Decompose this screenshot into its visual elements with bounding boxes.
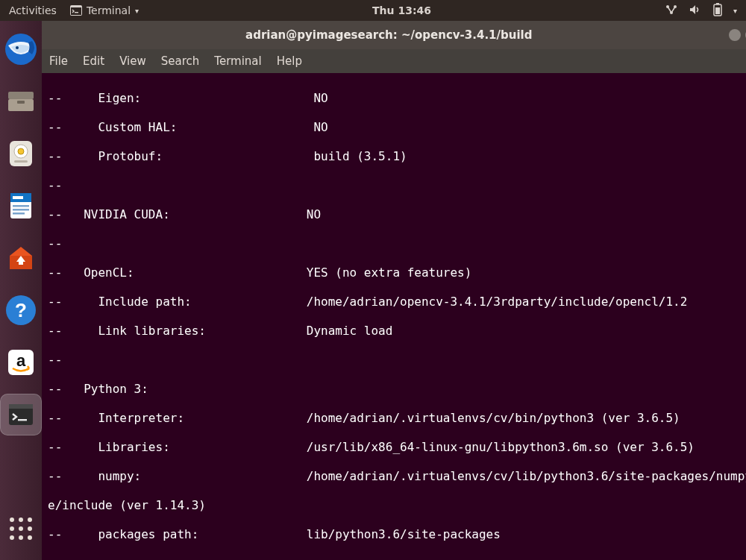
app-menu-label: Terminal xyxy=(87,4,131,16)
terminal-menubar: File Edit View Search Terminal Help xyxy=(42,49,746,73)
svg-point-37 xyxy=(19,526,23,531)
terminal-window: adrian@pyimagesearch: ~/opencv-3.4.1/bui… xyxy=(42,21,746,560)
menu-file[interactable]: File xyxy=(49,54,68,68)
terminal-line: -- Custom HAL: NO xyxy=(48,120,746,135)
svg-point-34 xyxy=(19,517,23,522)
svg-rect-8 xyxy=(715,7,720,14)
terminal-line: -- xyxy=(48,353,746,368)
gnome-top-bar: Activities Terminal ▾ Thu 13:46 ▾ xyxy=(0,0,746,21)
launcher-help[interactable]: ? xyxy=(0,289,42,331)
activities-button[interactable]: Activities xyxy=(9,4,57,16)
svg-rect-1 xyxy=(71,7,81,15)
svg-point-35 xyxy=(28,517,32,522)
app-menu[interactable]: Terminal ▾ xyxy=(70,4,139,16)
svg-rect-20 xyxy=(13,196,23,199)
terminal-line: -- Interpreter: /home/adrian/.virtualenv… xyxy=(48,411,746,426)
terminal-line: -- OpenCL: YES (no extra features) xyxy=(48,265,746,280)
menu-view[interactable]: View xyxy=(119,54,146,68)
window-titlebar[interactable]: adrian@pyimagesearch: ~/opencv-3.4.1/bui… xyxy=(42,21,746,49)
menu-terminal[interactable]: Terminal xyxy=(214,54,261,68)
terminal-icon xyxy=(70,5,82,16)
volume-icon[interactable] xyxy=(689,4,702,18)
svg-rect-25 xyxy=(19,262,23,265)
terminal-line: -- Link libraries: Dynamic load xyxy=(48,324,746,339)
launcher-software[interactable] xyxy=(0,237,42,279)
menu-edit[interactable]: Edit xyxy=(83,54,104,68)
launcher-writer[interactable] xyxy=(0,185,42,227)
chevron-down-icon[interactable]: ▾ xyxy=(733,7,737,15)
svg-point-38 xyxy=(28,526,32,531)
clock[interactable]: Thu 13:46 xyxy=(139,4,665,16)
svg-rect-17 xyxy=(14,160,28,163)
terminal-line: -- Python 3: xyxy=(48,382,746,397)
svg-rect-22 xyxy=(13,209,29,211)
svg-rect-2 xyxy=(75,12,78,13)
svg-rect-31 xyxy=(9,404,33,409)
terminal-line: -- packages path: lib/python3.6/site-pac… xyxy=(48,527,746,542)
terminal-line: -- Protobuf: build (3.5.1) xyxy=(48,149,746,164)
launcher-terminal[interactable] xyxy=(0,394,42,435)
terminal-line: -- xyxy=(48,178,746,193)
launcher-thunderbird[interactable] xyxy=(0,28,42,70)
network-icon[interactable] xyxy=(665,4,678,18)
launcher-rhythmbox[interactable] xyxy=(0,133,42,174)
launcher-amazon[interactable]: a xyxy=(0,342,42,383)
svg-text:a: a xyxy=(16,351,26,370)
window-title: adrian@pyimagesearch: ~/opencv-3.4.1/bui… xyxy=(49,28,729,42)
battery-icon[interactable] xyxy=(712,3,723,19)
svg-point-16 xyxy=(18,148,24,154)
svg-point-10 xyxy=(16,46,19,49)
terminal-viewport[interactable]: -- Eigen: NO -- Custom HAL: NO -- Protob… xyxy=(42,73,746,560)
svg-point-39 xyxy=(10,535,14,540)
svg-rect-32 xyxy=(18,419,27,421)
terminal-line: -- xyxy=(48,236,746,251)
launcher-apps-grid[interactable] xyxy=(0,508,42,550)
menu-help[interactable]: Help xyxy=(277,54,302,68)
ubuntu-dock: ? a xyxy=(0,21,42,560)
terminal-line: -- Eigen: NO xyxy=(48,91,746,106)
svg-rect-13 xyxy=(17,101,25,104)
terminal-line: e/include (ver 1.14.3) xyxy=(48,498,746,513)
svg-rect-23 xyxy=(13,213,25,215)
svg-point-36 xyxy=(10,526,14,531)
svg-rect-11 xyxy=(8,92,34,99)
svg-point-40 xyxy=(19,535,23,540)
svg-point-33 xyxy=(10,517,14,522)
svg-point-41 xyxy=(28,535,32,540)
terminal-line: -- Libraries: /usr/lib/x86_64-linux-gnu/… xyxy=(48,440,746,455)
menu-search[interactable]: Search xyxy=(161,54,200,68)
terminal-line: -- NVIDIA CUDA: NO xyxy=(48,207,746,222)
terminal-line: -- numpy: /home/adrian/.virtualenvs/cv/l… xyxy=(48,469,746,484)
terminal-line: -- xyxy=(48,556,746,560)
svg-rect-21 xyxy=(13,205,29,207)
launcher-files[interactable] xyxy=(0,81,42,122)
window-minimize-button[interactable] xyxy=(729,29,741,41)
svg-text:?: ? xyxy=(15,299,27,321)
terminal-line: -- Include path: /home/adrian/opencv-3.4… xyxy=(48,295,746,309)
